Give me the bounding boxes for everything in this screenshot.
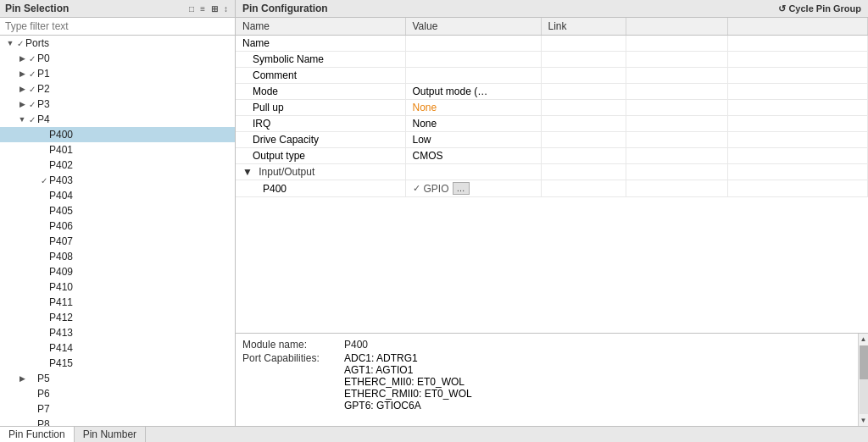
tree-item-p0[interactable]: ▶ ✓ P0	[0, 51, 235, 66]
tree-item-p5[interactable]: ▶ P5	[0, 371, 235, 386]
cell-pullup-value[interactable]: None	[405, 100, 541, 116]
scroll-track[interactable]	[860, 345, 868, 414]
tree-item-p410[interactable]: P410	[0, 279, 235, 295]
cell-io-value	[405, 164, 541, 180]
label-p406: P406	[49, 220, 73, 232]
toggle-p413	[29, 329, 39, 337]
label-p402: P402	[49, 159, 73, 171]
capabilities-row: Port Capabilities: ADC1: ADTRG1 AGT1: AG…	[242, 352, 851, 412]
tree-item-p414[interactable]: P414	[0, 340, 235, 356]
cell-irq-value[interactable]: None	[405, 116, 541, 132]
tree-item-p3[interactable]: ▶ ✓ P3	[0, 97, 235, 112]
cell-name-value[interactable]	[405, 36, 541, 52]
view-icon-1[interactable]: □	[187, 3, 196, 14]
gpio-checkmark: ✓	[413, 183, 420, 194]
label-p2: P2	[37, 83, 50, 95]
cell-symbolic-label: Symbolic Name	[236, 52, 405, 68]
view-icon-3[interactable]: ⊞	[209, 3, 220, 14]
cell-output-value[interactable]: CMOS	[405, 148, 541, 164]
toggle-p405	[29, 207, 39, 215]
toggle-p404	[29, 191, 39, 200]
filter-input[interactable]	[0, 18, 235, 36]
row-output-type: Output type CMOS	[236, 148, 868, 164]
tree-item-p413[interactable]: P413	[0, 325, 235, 340]
toggle-p0[interactable]: ▶	[17, 54, 27, 63]
cell-name-extra2	[727, 36, 868, 52]
label-p415: P415	[49, 357, 73, 369]
pin-selection-panel: Pin Selection □ ≡ ⊞ ↕ ▼ ✓ Ports ▶ ✓ P0	[0, 0, 236, 426]
tree-item-p8[interactable]: P8	[0, 417, 235, 426]
cell-io-label: ▼ Input/Output	[236, 164, 405, 180]
tree-item-p403[interactable]: ✓ P403	[0, 173, 235, 188]
label-p3: P3	[37, 98, 50, 110]
toggle-p4[interactable]: ▼	[17, 115, 27, 124]
cell-mode-extra1	[626, 84, 727, 100]
col-extra2	[727, 18, 868, 36]
scroll-down-btn[interactable]: ▼	[859, 415, 868, 426]
tree-item-p415[interactable]: P415	[0, 356, 235, 371]
cell-io-extra1	[626, 164, 727, 180]
cell-comment-value[interactable]	[405, 68, 541, 84]
tree-item-p1[interactable]: ▶ ✓ P1	[0, 66, 235, 81]
tree-item-p409[interactable]: P409	[0, 264, 235, 279]
toggle-p400	[29, 130, 39, 139]
tree-item-p6[interactable]: P6	[0, 386, 235, 401]
tree-item-p408[interactable]: P408	[0, 249, 235, 264]
check-p411	[39, 298, 49, 307]
cell-p400-value[interactable]: ✓ GPIO …	[405, 180, 541, 197]
tree-item-p401[interactable]: P401	[0, 142, 235, 157]
io-toggle[interactable]: ▼	[242, 166, 253, 178]
toggle-p5[interactable]: ▶	[17, 374, 27, 383]
cell-mode-label: Mode	[236, 84, 405, 100]
tree-item-p7[interactable]: P7	[0, 401, 235, 417]
tree-item-p404[interactable]: P404	[0, 188, 235, 203]
toggle-p406	[29, 222, 39, 230]
cell-output-label: Output type	[236, 148, 405, 164]
tree-item-p412[interactable]: P412	[0, 310, 235, 325]
check-p408	[39, 252, 49, 262]
tree-item-p407[interactable]: P407	[0, 234, 235, 249]
gpio-action-button[interactable]: …	[453, 182, 470, 195]
right-panel-title: Pin Configuration ↺ Cycle Pin Group	[236, 0, 868, 18]
cell-drive-value[interactable]: Low	[405, 132, 541, 148]
config-table-header: Name Value Link	[236, 18, 868, 36]
capabilities-label: Port Capabilities:	[242, 352, 344, 412]
scroll-up-btn[interactable]: ▲	[859, 334, 868, 345]
toggle-p1[interactable]: ▶	[17, 69, 27, 78]
toggle-p408	[29, 252, 39, 261]
cap-3: ETHERC_MII0: ET0_WOL	[344, 376, 472, 388]
check-p7	[27, 405, 37, 414]
tab-pin-number[interactable]: Pin Number	[75, 427, 146, 442]
view-icon-2[interactable]: ≡	[198, 3, 207, 14]
bottom-scrollbar[interactable]: ▲ ▼	[858, 334, 868, 426]
toggle-p407	[29, 237, 39, 246]
toggle-p6	[17, 390, 27, 398]
tree-item-p406[interactable]: P406	[0, 218, 235, 234]
tree-item-p2[interactable]: ▶ ✓ P2	[0, 81, 235, 97]
tree-item-p411[interactable]: P411	[0, 295, 235, 310]
toggle-p2[interactable]: ▶	[17, 85, 27, 93]
cycle-label: Cycle Pin Group	[788, 3, 861, 14]
label-p412: P412	[49, 312, 73, 323]
cell-comment-link	[541, 68, 626, 84]
check-p401	[39, 146, 49, 155]
tree-item-p400[interactable]: P400	[0, 127, 235, 142]
view-icon-4[interactable]: ↕	[222, 3, 230, 14]
tab-pin-function[interactable]: Pin Function	[0, 427, 75, 442]
bottom-tabs: Pin Function Pin Number	[0, 426, 868, 442]
tree-item-p402[interactable]: P402	[0, 157, 235, 173]
toggle-ports[interactable]: ▼	[5, 39, 15, 47]
cell-mode-value[interactable]: Output mode (…	[405, 84, 541, 100]
gpio-cell: ✓ GPIO …	[413, 182, 534, 195]
cycle-pin-group-button[interactable]: ↺ Cycle Pin Group	[778, 3, 861, 14]
tree-item-ports[interactable]: ▼ ✓ Ports	[0, 36, 235, 51]
cell-io-extra2	[727, 164, 868, 180]
toggle-p7	[17, 405, 27, 413]
tree-item-p405[interactable]: P405	[0, 203, 235, 218]
toggle-p3[interactable]: ▶	[17, 100, 27, 108]
cell-output-link	[541, 148, 626, 164]
tree-item-p4[interactable]: ▼ ✓ P4	[0, 112, 235, 127]
cell-symbolic-value[interactable]	[405, 52, 541, 68]
toggle-p415	[29, 359, 39, 367]
toggle-p402	[29, 161, 39, 169]
